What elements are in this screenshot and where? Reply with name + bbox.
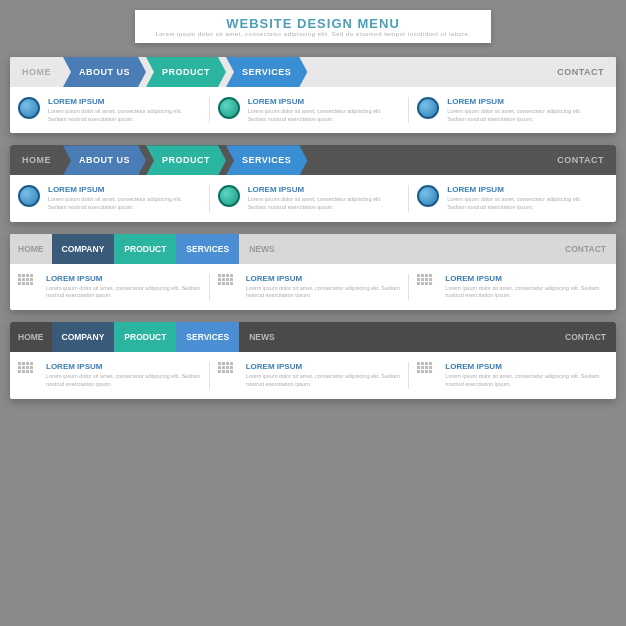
nav-news-3[interactable]: NEWS (239, 234, 285, 264)
content-area-3: LOREM IPSUM Lorem ipsum dolor sit amet, … (10, 264, 616, 310)
nav-product-2[interactable]: PRODUCT (146, 145, 226, 175)
col-body-3-3: Lorem ipsum dolor sit amet, consectetur … (445, 285, 600, 300)
col-body-3-1: Lorem ipsum dolor sit amet, consectetur … (46, 285, 201, 300)
nav-product-4[interactable]: PRODUCT (114, 322, 176, 352)
col-text-3-1: LOREM IPSUM Lorem ipsum dolor sit amet, … (46, 274, 201, 300)
content-col-1-2: LOREM IPSUM Lorem ipsum dolor sit amet, … (218, 97, 410, 123)
nav-product-3[interactable]: PRODUCT (114, 234, 176, 264)
page-subtitle: Lorem ipsum dolor sit amet, consectetur … (155, 31, 470, 37)
icon-blue-3 (18, 185, 40, 207)
dots-icon-4 (18, 362, 33, 377)
col-title-2-2: LOREM IPSUM (248, 185, 401, 194)
col-text-4-3: LOREM IPSUM Lorem ipsum dolor sit amet, … (445, 362, 600, 388)
col-body-3-2: Lorem ipsum dolor sit amet, consectetur … (246, 285, 401, 300)
col-text-2-1: LOREM IPSUM Lorem ipsum dolor sit amet, … (48, 185, 201, 211)
col-text-1-2: LOREM IPSUM Lorem ipsum dolor sit amet, … (248, 97, 401, 123)
content-col-4-1: LOREM IPSUM Lorem ipsum dolor sit amet, … (18, 362, 210, 388)
nav-bar-4: HOME COMPANY PRODUCT SERVICES NEWS CONTA… (10, 322, 616, 352)
content-col-1-3: LOREM IPSUM Lorem ipsum dolor sit amet, … (417, 97, 608, 123)
nav-company-4[interactable]: COMPANY (52, 322, 115, 352)
dots-icon-1 (18, 274, 33, 289)
nav-about-1[interactable]: ABOUT US (63, 57, 146, 87)
col-body-4-1: Lorem ipsum dolor sit amet, consectetur … (46, 373, 201, 388)
col-text-4-1: LOREM IPSUM Lorem ipsum dolor sit amet, … (46, 362, 201, 388)
icon-blue-4 (417, 185, 439, 207)
icon-blue-2 (417, 97, 439, 119)
icon-teal-1 (218, 97, 240, 119)
content-col-4-2: LOREM IPSUM Lorem ipsum dolor sit amet, … (218, 362, 410, 388)
col-body-4-2: Lorem ipsum dolor sit amet, consectetur … (246, 373, 401, 388)
icon-blue-1 (18, 97, 40, 119)
dots-icon-2 (218, 274, 233, 289)
dots-icon-6 (417, 362, 432, 377)
col-body-4-3: Lorem ipsum dolor sit amet, consectetur … (445, 373, 600, 388)
nav-services-1[interactable]: SERVICES (226, 57, 307, 87)
content-col-2-1: LOREM IPSUM Lorem ipsum dolor sit amet, … (18, 185, 210, 211)
nav-home-3[interactable]: HOME (10, 234, 52, 264)
header-container: WEBSITE DESIGN MENU Lorem ipsum dolor si… (135, 10, 490, 43)
content-area-2: LOREM IPSUM Lorem ipsum dolor sit amet, … (10, 175, 616, 221)
dots-icon-5 (218, 362, 233, 377)
col-title-4-1: LOREM IPSUM (46, 362, 201, 371)
icon-teal-2 (218, 185, 240, 207)
col-body-2-2: Lorem ipsum dolor sit amet, consectetur … (248, 196, 401, 211)
nav-bar-2: HOME ABOUT US PRODUCT SERVICES CONTACT (10, 145, 616, 175)
col-title-2-1: LOREM IPSUM (48, 185, 201, 194)
nav-contact-3[interactable]: CONTACT (555, 234, 616, 264)
content-area-1: LOREM IPSUM Lorem ipsum dolor sit amet, … (10, 87, 616, 133)
col-title-3-3: LOREM IPSUM (445, 274, 600, 283)
col-text-1-1: LOREM IPSUM Lorem ipsum dolor sit amet, … (48, 97, 201, 123)
menu-section-1: HOME ABOUT US PRODUCT SERVICES CONTACT L… (10, 57, 616, 133)
nav-services-3[interactable]: SERVICES (176, 234, 239, 264)
nav-home-4[interactable]: HOME (10, 322, 52, 352)
nav-home-2[interactable]: HOME (10, 145, 63, 175)
content-col-2-2: LOREM IPSUM Lorem ipsum dolor sit amet, … (218, 185, 410, 211)
col-title-3-2: LOREM IPSUM (246, 274, 401, 283)
col-title-2-3: LOREM IPSUM (447, 185, 600, 194)
col-title-1-2: LOREM IPSUM (248, 97, 401, 106)
content-area-4: LOREM IPSUM Lorem ipsum dolor sit amet, … (10, 352, 616, 398)
menu-section-4: HOME COMPANY PRODUCT SERVICES NEWS CONTA… (10, 322, 616, 398)
nav-about-2[interactable]: ABOUT US (63, 145, 146, 175)
nav-contact-4[interactable]: CONTACT (555, 322, 616, 352)
col-body-2-1: Lorem ipsum dolor sit amet, consectetur … (48, 196, 201, 211)
content-col-3-1: LOREM IPSUM Lorem ipsum dolor sit amet, … (18, 274, 210, 300)
col-title-1-3: LOREM IPSUM (447, 97, 600, 106)
col-text-3-3: LOREM IPSUM Lorem ipsum dolor sit amet, … (445, 274, 600, 300)
nav-services-2[interactable]: SERVICES (226, 145, 307, 175)
col-body-1-2: Lorem ipsum dolor sit amet, consectetur … (248, 108, 401, 123)
col-body-1-3: Lorem ipsum dolor sit amet, consectetur … (447, 108, 600, 123)
nav-bar-3: HOME COMPANY PRODUCT SERVICES NEWS CONTA… (10, 234, 616, 264)
col-text-2-2: LOREM IPSUM Lorem ipsum dolor sit amet, … (248, 185, 401, 211)
col-title-3-1: LOREM IPSUM (46, 274, 201, 283)
nav-contact-2[interactable]: CONTACT (545, 145, 616, 175)
col-text-4-2: LOREM IPSUM Lorem ipsum dolor sit amet, … (246, 362, 401, 388)
menu-section-2: HOME ABOUT US PRODUCT SERVICES CONTACT L… (10, 145, 616, 221)
dots-icon-3 (417, 274, 432, 289)
col-text-3-2: LOREM IPSUM Lorem ipsum dolor sit amet, … (246, 274, 401, 300)
col-title-4-2: LOREM IPSUM (246, 362, 401, 371)
content-col-1-1: LOREM IPSUM Lorem ipsum dolor sit amet, … (18, 97, 210, 123)
nav-services-4[interactable]: SERVICES (176, 322, 239, 352)
nav-company-3[interactable]: COMPANY (52, 234, 115, 264)
content-col-3-2: LOREM IPSUM Lorem ipsum dolor sit amet, … (218, 274, 410, 300)
col-title-1-1: LOREM IPSUM (48, 97, 201, 106)
nav-home-1[interactable]: HOME (10, 57, 63, 87)
nav-news-4[interactable]: NEWS (239, 322, 285, 352)
content-col-3-3: LOREM IPSUM Lorem ipsum dolor sit amet, … (417, 274, 608, 300)
nav-product-1[interactable]: PRODUCT (146, 57, 226, 87)
nav-bar-1: HOME ABOUT US PRODUCT SERVICES CONTACT (10, 57, 616, 87)
page-title: WEBSITE DESIGN MENU (155, 16, 470, 31)
nav-contact-1[interactable]: CONTACT (545, 57, 616, 87)
col-body-2-3: Lorem ipsum dolor sit amet, consectetur … (447, 196, 600, 211)
col-title-4-3: LOREM IPSUM (445, 362, 600, 371)
col-body-1-1: Lorem ipsum dolor sit amet, consectetur … (48, 108, 201, 123)
col-text-1-3: LOREM IPSUM Lorem ipsum dolor sit amet, … (447, 97, 600, 123)
menu-section-3: HOME COMPANY PRODUCT SERVICES NEWS CONTA… (10, 234, 616, 310)
content-col-2-3: LOREM IPSUM Lorem ipsum dolor sit amet, … (417, 185, 608, 211)
col-text-2-3: LOREM IPSUM Lorem ipsum dolor sit amet, … (447, 185, 600, 211)
content-col-4-3: LOREM IPSUM Lorem ipsum dolor sit amet, … (417, 362, 608, 388)
